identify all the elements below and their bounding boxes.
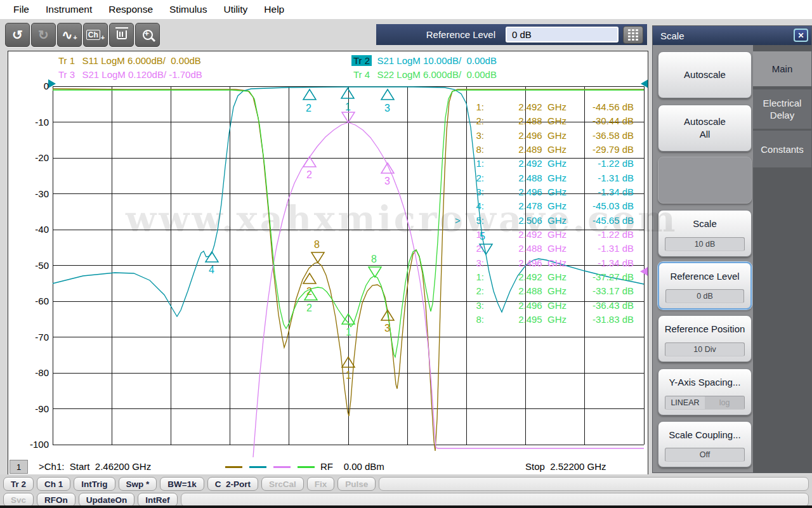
marker-row: 3:2.496 GHz-1.34 dB <box>465 257 634 269</box>
status-filler <box>379 477 809 491</box>
menu-item-instrument[interactable]: Instrument <box>37 4 100 15</box>
status-button-bw-1k[interactable]: BW=1k <box>160 477 204 491</box>
panel-button-scale[interactable]: Scale10 dB <box>658 210 752 257</box>
zoom-button[interactable] <box>135 23 160 47</box>
panel-button-label: Scale Coupling... <box>658 422 751 448</box>
menu-item-stimulus[interactable]: Stimulus <box>161 4 215 15</box>
tab-constants[interactable]: Constants <box>753 131 811 167</box>
trace-color-dash-tr1 <box>225 466 242 468</box>
legend-trace-1[interactable]: Tr 1 S11 LogM 6.000dB/ 0.00dB <box>56 55 201 66</box>
marker-triangle-8 <box>311 252 324 263</box>
panel-button-value: 10 Div <box>665 342 745 356</box>
panel-button-autoscale[interactable]: Autoscale <box>658 51 752 98</box>
add-channel-button[interactable]: Ch+ <box>83 23 108 47</box>
status-button-c-2-port[interactable]: C 2-Port <box>207 477 258 491</box>
marker-value: -1.34 dB <box>570 257 634 269</box>
menu-item-file[interactable]: File <box>5 4 37 15</box>
y-axis-label: 0 <box>10 81 49 91</box>
marker-row: 1:2.492 GHz-1.22 dB <box>465 157 634 169</box>
plus-icon: + <box>73 34 77 41</box>
status-button-updateon[interactable]: UpdateOn <box>79 493 135 507</box>
undo-icon: ↺ <box>12 27 23 42</box>
marker-number: 1: <box>465 228 484 240</box>
add-trace-icon: ∿ <box>62 27 72 42</box>
panel-button-blank <box>658 157 752 204</box>
legend-trace-3[interactable]: Tr 3 S21 LogM 0.120dB/ -1.70dB <box>56 69 202 80</box>
marker-frequency: 2.496 GHz <box>488 186 566 198</box>
marker-row: 4:2.478 GHz-45.03 dB <box>465 200 634 212</box>
marker-number-label: 3 <box>384 323 390 334</box>
marker-number: 1: <box>465 271 484 283</box>
close-icon[interactable]: ✕ <box>794 29 808 42</box>
tab-main[interactable]: Main <box>753 51 811 86</box>
y-axis-label: -20 <box>10 152 49 163</box>
channel-badge[interactable]: 1 <box>10 460 28 474</box>
y-axis-label: -30 <box>10 188 49 199</box>
menu-item-response[interactable]: Response <box>100 4 161 15</box>
status-button-ch-1[interactable]: Ch 1 <box>37 477 70 491</box>
legend-trace-2[interactable]: Tr 2 S21 LogM 10.00dB/ 0.00dB <box>351 55 497 66</box>
marker-number: 2: <box>465 285 484 297</box>
reference-level-input[interactable] <box>506 27 619 42</box>
legend-trace-4[interactable]: Tr 4 S22 LogM 6.000dB/ 0.00dB <box>351 69 497 80</box>
marker-frequency: 2.489 GHz <box>488 143 566 155</box>
marker-number-label: 2 <box>306 169 312 180</box>
marker-row: 2:2.488 GHz-33.17 dB <box>465 285 634 297</box>
marker-frequency: 2.496 GHz <box>488 257 566 269</box>
panel-button-label: Reference Position <box>658 316 751 342</box>
panel-button-reference-position[interactable]: Reference Position10 Div <box>658 315 752 362</box>
tab-electrical-delay[interactable]: Electrical Delay <box>753 89 811 129</box>
add-trace-button[interactable]: ∿+ <box>57 23 82 47</box>
legend-trace-params: S21 LogM 10.00dB/ 0.00dB <box>372 55 497 66</box>
legend-trace-id: Tr 3 <box>56 69 77 80</box>
panel-button-label: Reference Level <box>659 263 750 289</box>
toggle-option-log[interactable]: log <box>705 396 744 409</box>
marker-number-label: 2 <box>306 303 312 313</box>
marker-number-label: 1 <box>345 101 351 112</box>
plot-area: 21323458228113 Tr 1 S11 LogM 6.000dB/ 0.… <box>8 51 648 476</box>
status-button-inttrig[interactable]: IntTrig <box>74 477 115 491</box>
marker-number: 3: <box>465 129 484 141</box>
reference-level-label: Reference Level <box>380 29 495 40</box>
marker-number: 2: <box>465 242 484 254</box>
panel-button-scale-coupling[interactable]: Scale Coupling...Off <box>658 421 752 467</box>
status-button-intref[interactable]: IntRef <box>138 493 177 507</box>
y-axis-label: -50 <box>10 260 49 271</box>
status-button-rfon[interactable]: RFOn <box>37 493 75 507</box>
panel-button-label: Scale <box>658 211 751 237</box>
marker-frequency: 2.488 GHz <box>488 242 566 254</box>
panel-button-y-axis-spacing[interactable]: Y-Axis Spacing...LINEARlog <box>658 368 752 415</box>
marker-number: 3: <box>465 186 484 198</box>
marker-value: -1.34 dB <box>570 186 634 198</box>
legend-trace-id: Tr 4 <box>351 69 372 80</box>
redo-button: ↻ <box>31 23 56 47</box>
menu-item-help[interactable]: Help <box>256 4 292 15</box>
undo-button[interactable]: ↺ <box>5 23 30 47</box>
marker-frequency: 2.496 GHz <box>488 129 566 141</box>
menu-item-utility[interactable]: Utility <box>215 4 256 15</box>
panel-button-autoscale-all[interactable]: Autoscale All <box>658 105 752 152</box>
y-axis-label: -60 <box>10 296 49 306</box>
marker-triangle-2 <box>303 89 316 100</box>
channel-start-label: >Ch1: Start 2.46200 GHz <box>39 461 151 472</box>
marker-row: 5:>2.506 GHz-45.65 dB <box>465 214 634 226</box>
status-button-tr-2[interactable]: Tr 2 <box>3 477 34 491</box>
panel-button-label: Y-Axis Spacing... <box>658 369 751 396</box>
toggle-option-linear[interactable]: LINEAR <box>665 396 705 409</box>
marker-value: -44.56 dB <box>570 101 634 113</box>
redo-icon: ↻ <box>38 27 49 42</box>
y-axis-label: -40 <box>10 224 49 235</box>
panel-button-reference-level[interactable]: Reference Level0 dB <box>658 262 752 309</box>
legend-trace-id: Tr 1 <box>56 55 77 66</box>
keypad-button[interactable] <box>623 26 643 44</box>
scale-panel-titlebar: Scale ✕ <box>653 26 811 45</box>
status-button-swp-[interactable]: Swp * <box>119 477 157 491</box>
marker-frequency: 2.492 GHz <box>488 228 566 240</box>
y-axis-label: -100 <box>10 439 49 450</box>
marker-row: 3:2.496 GHz-1.34 dB <box>465 186 634 198</box>
marker-triangle-1 <box>341 88 354 98</box>
delete-button[interactable] <box>109 23 134 47</box>
marker-number: 3: <box>465 257 484 269</box>
marker-number-label: 8 <box>371 254 377 264</box>
marker-value: -1.31 dB <box>570 242 634 254</box>
